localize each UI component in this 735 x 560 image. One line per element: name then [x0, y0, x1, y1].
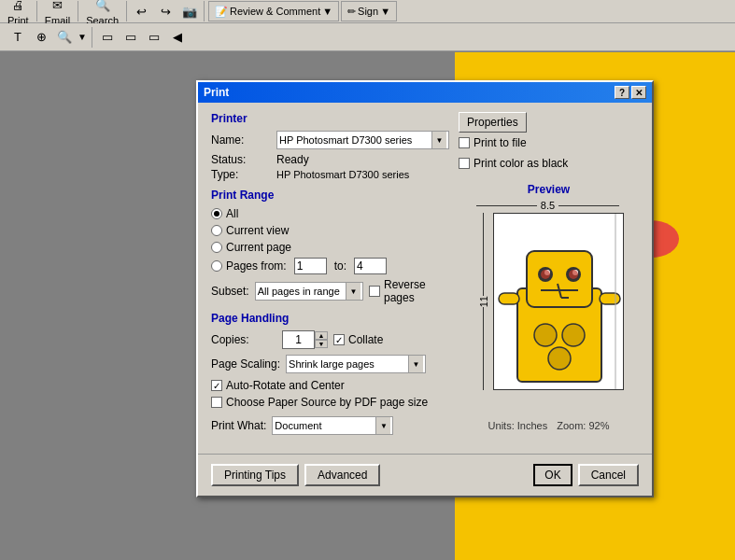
- review-dropdown-arrow: ▼: [322, 6, 332, 17]
- copies-down-btn[interactable]: ▼: [315, 340, 328, 348]
- redo-btn[interactable]: ↪: [155, 1, 176, 21]
- printer-type-value: HP Photosmart D7300 series: [276, 169, 409, 180]
- subset-value: All pages in range: [258, 286, 346, 297]
- review-icon: 📝: [215, 6, 228, 18]
- printer-name-row: Name: HP Photosmart D7300 series ▼: [211, 131, 449, 149]
- undo-btn[interactable]: ↩: [131, 1, 151, 21]
- toolbar-separator4: [204, 1, 205, 21]
- snapshot-btn[interactable]: 📷: [179, 1, 200, 21]
- review-comment-btn[interactable]: 📝 Review & Comment ▼: [208, 1, 339, 21]
- preview-info: Units: Inches Zoom: 92%: [488, 420, 610, 431]
- printer-name-value: HP Photosmart D7300 series: [279, 134, 431, 146]
- subset-dropdown[interactable]: All pages in range ▼: [255, 282, 363, 301]
- nav-btn1[interactable]: ▭: [97, 27, 118, 48]
- choose-paper-checkbox[interactable]: [211, 397, 222, 408]
- email-icon: ✉: [49, 0, 65, 14]
- ruler-v-bottom: [483, 307, 484, 390]
- current-page-radio-row: Current page: [211, 241, 449, 254]
- main-columns: Printer Name: HP Photosmart D7300 series…: [211, 112, 639, 439]
- page-scaling-value: Shrink large pages: [289, 358, 408, 370]
- pages-from-input[interactable]: [294, 258, 327, 274]
- printer-status-row: Status: Ready: [211, 153, 449, 166]
- titlebar-buttons: ? ✕: [615, 86, 646, 99]
- preview-image: [494, 214, 624, 390]
- close-button[interactable]: ✕: [631, 86, 646, 99]
- print-to-file-checkbox[interactable]: [459, 137, 470, 148]
- pages-to-input[interactable]: [354, 258, 387, 274]
- text-tool-btn[interactable]: T: [7, 27, 28, 48]
- print-what-dropdown[interactable]: Document ▼: [272, 416, 393, 435]
- bottom-left-buttons: Printing Tips Advanced: [211, 464, 380, 486]
- print-to-file-label: Print to file: [474, 136, 527, 149]
- bottom-right-buttons: OK Cancel: [533, 464, 639, 486]
- toolbar-separator1: [36, 1, 37, 21]
- current-view-radio[interactable]: [211, 225, 222, 236]
- collate-label-text: Collate: [348, 333, 383, 346]
- pages-radio[interactable]: [211, 260, 222, 272]
- content-area: Print ? ✕ Printer Name: HP Photosmart D7…: [0, 52, 735, 560]
- left-column: Printer Name: HP Photosmart D7300 series…: [211, 112, 449, 439]
- pages-to-label: to:: [334, 259, 346, 273]
- subset-label: Subset:: [211, 285, 249, 298]
- choose-paper-row: Choose Paper Source by PDF page size: [211, 396, 449, 409]
- nav-btn3[interactable]: ▭: [144, 27, 164, 48]
- reverse-pages-checkbox[interactable]: [369, 286, 380, 297]
- scaling-dropdown-arrow: ▼: [408, 356, 423, 372]
- sign-label: Sign: [358, 6, 378, 17]
- copies-row: Copies: ▲ ▼ Collate: [211, 330, 449, 349]
- bottom-buttons-area: Printing Tips Advanced OK Cancel: [198, 454, 652, 496]
- ok-button[interactable]: OK: [533, 464, 572, 486]
- all-radio[interactable]: [211, 208, 222, 219]
- cancel-button[interactable]: Cancel: [578, 464, 639, 486]
- all-radio-row: All: [211, 207, 449, 220]
- toolbar-row1: 🖨 Print ✉ Email 🔍 Search ↩ ↪ 📷 📝 Review …: [0, 0, 735, 23]
- page-scaling-dropdown[interactable]: Shrink large pages ▼: [286, 355, 426, 373]
- printer-section-title: Printer: [211, 112, 449, 125]
- toolbar-separator5: [92, 27, 92, 48]
- help-button[interactable]: ?: [615, 86, 629, 99]
- printer-type-row: Type: HP Photosmart D7300 series: [211, 168, 449, 181]
- print-color-checkbox[interactable]: [459, 158, 470, 169]
- sign-btn[interactable]: ✏ Sign ▼: [341, 1, 397, 21]
- copies-input[interactable]: [282, 330, 315, 349]
- spinner-buttons: ▲ ▼: [315, 331, 328, 348]
- svg-point-7: [569, 270, 578, 279]
- svg-point-12: [562, 324, 585, 346]
- preview-height-label: 11: [478, 296, 489, 307]
- printer-status-value: Ready: [276, 153, 309, 166]
- properties-button[interactable]: Properties: [459, 112, 527, 133]
- svg-rect-1: [527, 251, 592, 307]
- collate-checkbox[interactable]: [333, 334, 345, 345]
- copies-up-btn[interactable]: ▲: [315, 331, 328, 340]
- current-view-radio-row: Current view: [211, 224, 449, 237]
- dialog-body: Printer Name: HP Photosmart D7300 series…: [198, 103, 652, 448]
- print-what-value: Document: [275, 420, 375, 431]
- nav-btn2[interactable]: ▭: [120, 27, 141, 48]
- select-tool-btn[interactable]: ⊕: [31, 27, 51, 48]
- print-icon: 🖨: [9, 0, 26, 14]
- print-color-row: Print color as black: [459, 157, 568, 170]
- print-to-file-row: Print to file: [459, 136, 527, 149]
- prev-page-btn[interactable]: ◀: [167, 27, 188, 48]
- reverse-pages-row: Reverse pages: [369, 278, 449, 304]
- collate-row: Collate: [333, 333, 383, 346]
- current-page-radio[interactable]: [211, 242, 222, 253]
- copies-label: Copies:: [211, 333, 276, 346]
- page-scaling-label: Page Scaling:: [211, 357, 280, 371]
- preview-title: Preview: [528, 183, 570, 196]
- zoom-btn[interactable]: 🔍: [54, 27, 75, 48]
- pages-from-label: Pages from:: [226, 259, 287, 273]
- review-label: Review & Comment: [230, 6, 320, 17]
- printing-tips-button[interactable]: Printing Tips: [211, 464, 299, 486]
- print-what-label: Print What:: [211, 419, 266, 432]
- choose-paper-label: Choose Paper Source by PDF page size: [226, 396, 428, 409]
- advanced-button[interactable]: Advanced: [304, 464, 380, 486]
- printer-name-dropdown[interactable]: HP Photosmart D7300 series ▼: [276, 131, 449, 149]
- status-label: Status:: [211, 153, 276, 166]
- toolbar-separator3: [126, 1, 127, 21]
- all-label: All: [226, 207, 238, 220]
- auto-rotate-checkbox[interactable]: [211, 380, 222, 391]
- svg-rect-14: [499, 293, 519, 304]
- current-view-label: Current view: [226, 224, 289, 237]
- zoom-dropdown[interactable]: ▼: [78, 32, 87, 42]
